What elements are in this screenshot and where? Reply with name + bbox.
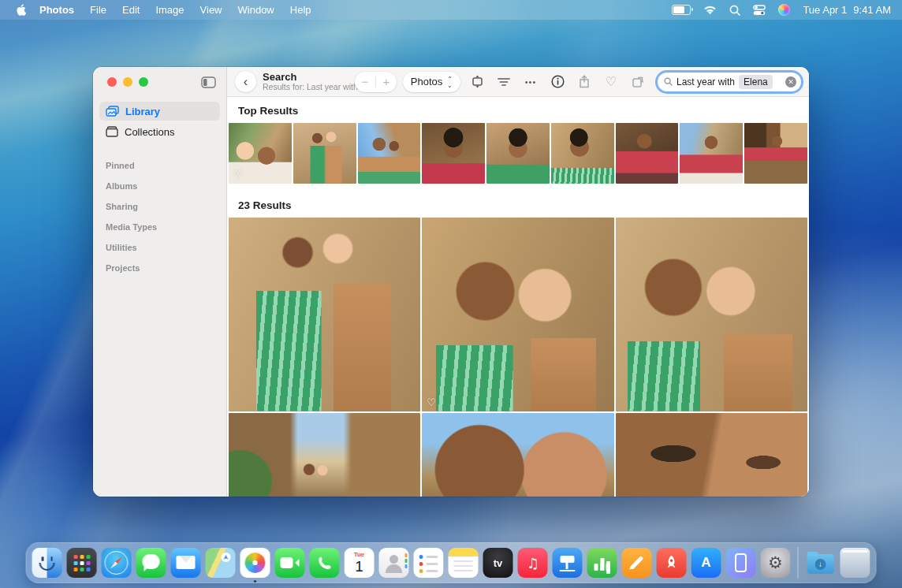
- sidebar: Library Collections Pinned Albums Sharin…: [93, 67, 227, 497]
- photo[interactable]: [229, 218, 420, 411]
- zoom-in-button[interactable]: +: [376, 75, 397, 88]
- sidebar-section-media-types[interactable]: Media Types: [106, 217, 214, 237]
- gear-icon: ⚙: [768, 553, 783, 572]
- photo[interactable]: [616, 218, 807, 411]
- dock-app-store-icon[interactable]: A: [691, 548, 721, 578]
- dock-iphone-mirroring-icon[interactable]: [726, 548, 756, 578]
- chevron-up-down-icon: ⌃⌃: [447, 77, 453, 87]
- sidebar-toggle-icon[interactable]: [199, 75, 217, 89]
- app-store-glyph: A: [701, 555, 710, 571]
- dock-reminders-icon[interactable]: [414, 548, 444, 578]
- close-window-button[interactable]: [107, 77, 117, 87]
- window-controls: [107, 77, 148, 87]
- running-indicator: [254, 580, 256, 582]
- photo-thumbnail[interactable]: [422, 123, 485, 184]
- photo[interactable]: [229, 413, 420, 497]
- dock-numbers-icon[interactable]: [587, 548, 617, 578]
- sidebar-item-library[interactable]: Library: [99, 102, 220, 121]
- wifi-icon[interactable]: [703, 5, 717, 15]
- dock: Tue 1 tv ♫ A ⚙ ↓: [26, 542, 877, 583]
- menu-item-window[interactable]: Window: [231, 2, 281, 17]
- photo-thumbnail[interactable]: [744, 123, 807, 184]
- sidebar-section-projects[interactable]: Projects: [106, 258, 214, 278]
- favorite-button[interactable]: ♡: [601, 72, 621, 92]
- sidebar-item-collections[interactable]: Collections: [99, 122, 220, 141]
- favorite-heart-icon: ♡: [427, 396, 436, 408]
- menu-item-view[interactable]: View: [193, 2, 229, 17]
- dock-pages-icon[interactable]: [622, 548, 652, 578]
- sidebar-section-albums[interactable]: Albums: [106, 176, 214, 196]
- dock-photos-icon[interactable]: [240, 548, 270, 578]
- dock-tv-icon[interactable]: tv: [483, 548, 513, 578]
- zoom-out-button[interactable]: −: [355, 75, 375, 88]
- top-results-header: Top Results: [227, 97, 809, 123]
- photo-thumbnail[interactable]: [680, 123, 743, 184]
- dock-notes-icon[interactable]: [449, 548, 479, 578]
- dock-rocket-app-icon[interactable]: [657, 548, 687, 578]
- photo[interactable]: [422, 413, 613, 497]
- dock-facetime-icon[interactable]: [275, 548, 305, 578]
- sidebar-section-pinned[interactable]: Pinned: [106, 155, 214, 176]
- dock-trash-icon[interactable]: [840, 548, 870, 578]
- menu-item-image[interactable]: Image: [148, 2, 191, 17]
- dock-mail-icon[interactable]: [171, 548, 201, 578]
- menu-bar-time: 9:41 AM: [853, 4, 891, 16]
- dock-safari-icon[interactable]: [102, 548, 132, 578]
- view-select-label: Photos: [411, 76, 442, 87]
- dock-phone-icon[interactable]: [310, 548, 340, 578]
- photo[interactable]: [616, 413, 807, 497]
- dock-music-icon[interactable]: ♫: [518, 548, 548, 578]
- menu-app-name[interactable]: Photos: [32, 2, 81, 17]
- aspect-ratio-button[interactable]: [467, 72, 487, 92]
- favorite-heart-icon: ♡: [233, 169, 243, 180]
- view-select-dropdown[interactable]: Photos ⌃⌃: [403, 72, 460, 92]
- sidebar-section-utilities[interactable]: Utilities: [106, 237, 214, 258]
- photo-thumbnail[interactable]: [551, 123, 614, 184]
- dock-finder-icon[interactable]: [32, 548, 62, 578]
- results-count-header: 23 Results: [227, 184, 809, 218]
- back-chevron-icon: ‹: [244, 75, 248, 89]
- dock-calendar-icon[interactable]: Tue 1: [345, 548, 375, 578]
- spotlight-search-icon[interactable]: [729, 5, 740, 16]
- download-arrow-icon: ↓: [815, 559, 826, 570]
- battery-icon[interactable]: [672, 5, 691, 15]
- photo-thumbnail[interactable]: [616, 123, 679, 184]
- info-button[interactable]: [547, 72, 568, 92]
- dock-launchpad-icon[interactable]: [67, 548, 97, 578]
- photo-thumbnail[interactable]: [358, 123, 421, 184]
- menu-bar-date: Tue Apr 1: [803, 4, 847, 16]
- sidebar-section-sharing[interactable]: Sharing: [106, 196, 214, 217]
- menu-item-file[interactable]: File: [83, 2, 114, 17]
- rotate-button[interactable]: [628, 72, 648, 92]
- photo-thumbnail[interactable]: [486, 123, 550, 184]
- more-options-button[interactable]: •••: [520, 72, 541, 92]
- dock-messages-icon[interactable]: [136, 548, 166, 578]
- menu-item-edit[interactable]: Edit: [115, 2, 147, 17]
- share-button[interactable]: [574, 72, 594, 92]
- back-button[interactable]: ‹: [235, 71, 256, 92]
- desktop: Photos File Edit Image View Window Help …: [0, 0, 902, 588]
- apple-logo-icon[interactable]: [11, 4, 31, 16]
- search-input[interactable]: Last year with Elena ✕: [658, 73, 801, 91]
- menu-bar-clock[interactable]: Tue Apr 1 9:41 AM: [803, 4, 891, 16]
- clear-search-button[interactable]: ✕: [785, 76, 796, 87]
- page-subtitle: Results for: Last year with Elena: [263, 83, 348, 92]
- dock-system-settings-icon[interactable]: ⚙: [761, 548, 791, 578]
- menu-item-help[interactable]: Help: [283, 2, 319, 17]
- minimize-window-button[interactable]: [123, 77, 132, 87]
- search-token[interactable]: Elena: [739, 75, 773, 89]
- photo-thumbnail[interactable]: ♡: [229, 123, 292, 184]
- zoom-window-button[interactable]: [139, 77, 148, 87]
- control-center-icon[interactable]: [753, 5, 766, 16]
- dock-maps-icon[interactable]: [206, 548, 236, 578]
- dock-downloads-icon[interactable]: ↓: [806, 548, 836, 578]
- photo[interactable]: ♡: [422, 218, 613, 411]
- dock-contacts-icon[interactable]: [379, 548, 409, 578]
- photo-thumbnail[interactable]: [293, 123, 356, 184]
- toolbar-title-block: Search Results for: Last year with Elena: [263, 72, 348, 92]
- results-grid-row-2: [227, 413, 809, 497]
- dock-divider: [798, 547, 799, 579]
- filter-sort-button[interactable]: [494, 72, 514, 92]
- siri-apple-intelligence-icon[interactable]: [778, 4, 790, 16]
- dock-keynote-icon[interactable]: [553, 548, 583, 578]
